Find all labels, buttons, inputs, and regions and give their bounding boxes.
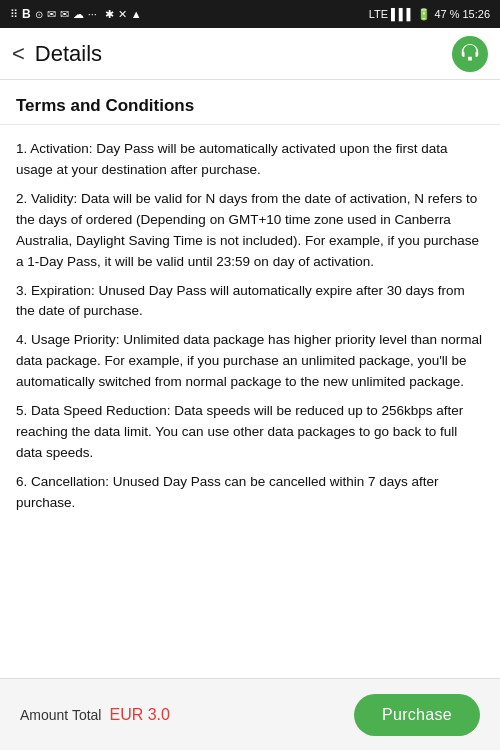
lte-label: LTE	[369, 8, 388, 20]
battery-percent: 47 %	[434, 8, 459, 20]
amount-section: Amount Total EUR 3.0	[20, 706, 170, 724]
settings-icon: ✕	[118, 8, 127, 21]
circle-icon: ⊙	[35, 9, 43, 20]
amount-value: EUR 3.0	[109, 706, 169, 724]
mail-icon: ✉	[47, 8, 56, 21]
page-title: Details	[35, 41, 452, 67]
bluetooth-icon: ✱	[105, 8, 114, 21]
wifi-icon: ▲	[131, 8, 142, 20]
battery-icon: 🔋	[417, 8, 431, 21]
signal-bars: ▌▌▌	[391, 8, 414, 20]
term-4: 4. Usage Priority: Unlimited data packag…	[16, 330, 484, 393]
purchase-button[interactable]: Purchase	[354, 694, 480, 736]
bold-b-icon: B	[22, 7, 31, 21]
terms-content: 1. Activation: Day Pass will be automati…	[0, 125, 500, 678]
term-2: 2. Validity: Data will be valid for N da…	[16, 189, 484, 273]
dots-icon: ···	[88, 8, 97, 20]
status-bar: ⠿ B ⊙ ✉ ✉ ☁ ··· ✱ ✕ ▲ LTE ▌▌▌ 🔋 47 % 15:…	[0, 0, 500, 28]
status-bar-left: ⠿ B ⊙ ✉ ✉ ☁ ··· ✱ ✕ ▲	[10, 7, 142, 21]
headset-icon	[459, 43, 481, 65]
bottom-bar: Amount Total EUR 3.0 Purchase	[0, 678, 500, 750]
clock: 15:26	[462, 8, 490, 20]
header: < Details	[0, 28, 500, 80]
term-5: 5. Data Speed Reduction: Data speeds wil…	[16, 401, 484, 464]
back-button[interactable]: <	[12, 43, 25, 65]
term-1: 1. Activation: Day Pass will be automati…	[16, 139, 484, 181]
term-6: 6. Cancellation: Unused Day Pass can be …	[16, 472, 484, 514]
terms-heading: Terms and Conditions	[0, 80, 500, 125]
mail2-icon: ✉	[60, 8, 69, 21]
status-bar-right: LTE ▌▌▌ 🔋 47 % 15:26	[369, 8, 490, 21]
term-3: 3. Expiration: Unused Day Pass will auto…	[16, 281, 484, 323]
grid-icon: ⠿	[10, 8, 18, 21]
amount-label: Amount Total	[20, 707, 101, 723]
support-icon-button[interactable]	[452, 36, 488, 72]
cloud-icon: ☁	[73, 8, 84, 21]
